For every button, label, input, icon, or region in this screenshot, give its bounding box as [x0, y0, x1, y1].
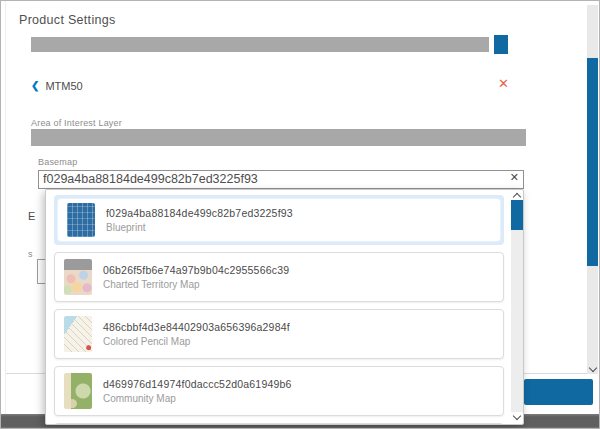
basemap-option-id: d469976d14974f0daccc52d0a61949b6: [103, 378, 292, 390]
primary-action-button[interactable]: [524, 379, 593, 405]
redacted-field-bar: [31, 37, 489, 52]
clear-input-icon[interactable]: ✕: [510, 172, 519, 183]
basemap-label: Basemap: [38, 157, 77, 167]
basemap-option[interactable]: 06b26f5fb6e74a97b9b04c2955566c39 Charted…: [54, 252, 504, 302]
colored-pencil-map-thumbnail-icon: [64, 316, 92, 352]
basemap-option-text: d469976d14974f0daccc52d0a61949b6 Communi…: [103, 378, 292, 404]
basemap-option-text: 486cbbf4d3e84402903a656396a2984f Colored…: [103, 321, 290, 347]
main-scrollbar-thumb[interactable]: [587, 58, 598, 266]
basemap-option-text: 06b26f5fb6e74a97b9b04c2955566c39 Charted…: [103, 264, 289, 290]
community-map-thumbnail-icon: [64, 373, 92, 409]
basemap-option-text: f029a4ba88184de499c82b7ed3225f93 Bluepri…: [106, 207, 293, 233]
obscured-label-e: E: [28, 210, 35, 222]
basemap-option-card: 486cbbf4d3e84402903a656396a2984f Colored…: [54, 309, 504, 359]
close-icon[interactable]: ✕: [498, 77, 509, 90]
basemap-option[interactable]: 486cbbf4d3e84402903a656396a2984f Colored…: [54, 309, 504, 359]
basemap-option-id: f029a4ba88184de499c82b7ed3225f93: [106, 207, 293, 219]
page-title: Product Settings: [19, 13, 116, 27]
back-button-label: MTM50: [45, 80, 82, 92]
basemap-input[interactable]: [38, 170, 524, 189]
basemap-option-partial[interactable]: [54, 423, 504, 425]
basemap-option[interactable]: d469976d14974f0daccc52d0a61949b6 Communi…: [54, 366, 504, 416]
basemap-option-card: f029a4ba88184de499c82b7ed3225f93 Bluepri…: [57, 198, 501, 242]
dropdown-scrollbar-thumb[interactable]: [511, 200, 523, 230]
blueprint-map-thumbnail-icon: [67, 203, 95, 237]
basemap-dropdown-list: f029a4ba88184de499c82b7ed3225f93 Bluepri…: [45, 189, 524, 425]
product-settings-window: Product Settings ❮ MTM50 ✕ Area of Inter…: [0, 0, 600, 429]
basemap-option-card: d469976d14974f0daccc52d0a61949b6 Communi…: [54, 366, 504, 416]
back-button[interactable]: ❮ MTM50: [31, 78, 83, 94]
scroll-down-icon[interactable]: [590, 365, 596, 371]
dropdown-scrollbar-track[interactable]: [511, 200, 523, 412]
obscured-label-s: s: [28, 249, 33, 259]
dropdown-scroll-down-icon[interactable]: [514, 413, 520, 419]
basemap-option-name: Community Map: [103, 393, 292, 404]
basemap-option-card: [54, 423, 504, 425]
basemap-combobox: ✕: [38, 169, 524, 188]
area-of-interest-label: Area of Interest Layer: [31, 118, 122, 128]
basemap-option[interactable]: f029a4ba88184de499c82b7ed3225f93 Bluepri…: [54, 195, 504, 245]
basemap-option-card: 06b26f5fb6e74a97b9b04c2955566c39 Charted…: [54, 252, 504, 302]
basemap-option-name: Blueprint: [106, 222, 293, 233]
charted-territory-map-thumbnail-icon: [64, 259, 92, 295]
basemap-option-id: 486cbbf4d3e84402903a656396a2984f: [103, 321, 290, 333]
redacted-action-button[interactable]: [494, 35, 508, 54]
basemap-option-id: 06b26f5fb6e74a97b9b04c2955566c39: [103, 264, 289, 276]
area-of-interest-field-redacted[interactable]: [31, 129, 526, 146]
chevron-left-icon: ❮: [31, 81, 39, 91]
basemap-option-name: Colored Pencil Map: [103, 336, 290, 347]
basemap-option-name: Charted Territory Map: [103, 279, 289, 290]
panel-left-border: [5, 1, 6, 414]
